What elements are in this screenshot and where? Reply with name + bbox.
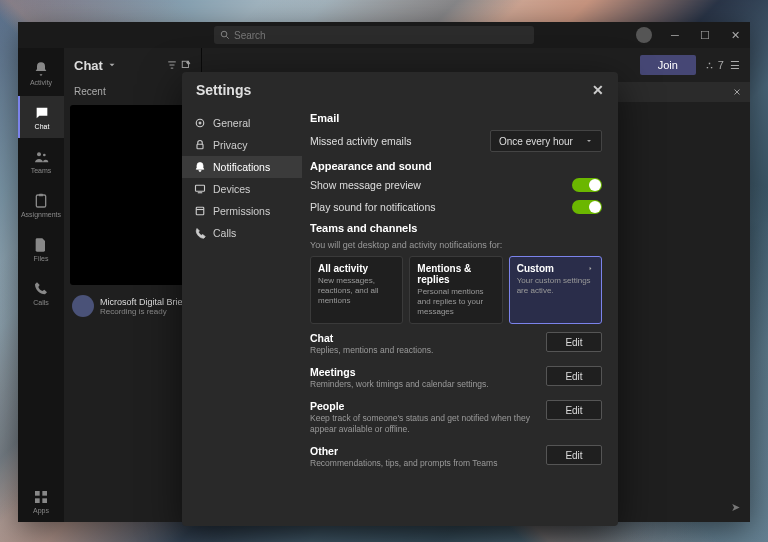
chat-item-avatar	[72, 295, 94, 317]
nav-label: Permissions	[213, 205, 270, 217]
svg-point-3	[43, 153, 46, 156]
meetings-edit-button[interactable]: Edit	[546, 366, 602, 386]
missed-activity-dropdown[interactable]: Once every hour	[490, 130, 602, 152]
search-input[interactable]	[234, 30, 528, 41]
svg-rect-4	[36, 195, 45, 207]
svg-rect-5	[39, 193, 43, 196]
chevron-right-icon	[587, 265, 594, 272]
people-edit-button[interactable]: Edit	[546, 400, 602, 420]
settings-nav-permissions[interactable]: Permissions	[182, 200, 302, 222]
settings-nav-privacy[interactable]: Privacy	[182, 134, 302, 156]
card-title: Custom	[517, 263, 554, 274]
chat-edit-button[interactable]: Edit	[546, 332, 602, 352]
section-meetings-heading: Meetings	[310, 366, 536, 378]
chat-item-title: Microsoft Digital Brief	[100, 297, 185, 307]
play-sound-label: Play sound for notifications	[310, 201, 436, 213]
section-people-heading: People	[310, 400, 536, 412]
open-panel-icon[interactable]: ☰	[730, 59, 740, 72]
svg-line-1	[226, 36, 229, 39]
section-people-sub: Keep track of someone's status and get n…	[310, 413, 536, 435]
svg-rect-14	[196, 185, 205, 191]
close-window-button[interactable]: ✕	[720, 22, 750, 48]
settings-nav-general[interactable]: General	[182, 112, 302, 134]
chat-panel-title: Chat	[74, 58, 103, 73]
teams-app-window: ─ ☐ ✕ Activity Chat Teams Assignments Fi…	[18, 22, 750, 522]
rail-label: Chat	[35, 123, 50, 130]
titlebar: ─ ☐ ✕	[18, 22, 750, 48]
rail-apps[interactable]: Apps	[18, 480, 64, 522]
chat-list-item[interactable]: Microsoft Digital Brief Recording is rea…	[64, 289, 201, 323]
section-chat-sub: Replies, mentions and reactions.	[310, 345, 536, 356]
missed-activity-label: Missed activity emails	[310, 135, 412, 147]
rail-label: Teams	[31, 167, 52, 174]
section-teams-sub: You will get desktop and activity notifi…	[310, 240, 602, 250]
play-sound-toggle[interactable]	[572, 200, 602, 214]
nav-label: Privacy	[213, 139, 247, 151]
settings-title: Settings	[196, 82, 251, 98]
nav-label: General	[213, 117, 250, 129]
rail-files[interactable]: Files	[18, 228, 64, 270]
settings-nav-calls[interactable]: Calls	[182, 222, 302, 244]
join-button[interactable]: Join	[640, 55, 696, 75]
user-avatar[interactable]	[636, 27, 652, 43]
minimize-button[interactable]: ─	[660, 22, 690, 48]
show-preview-label: Show message preview	[310, 179, 421, 191]
card-title: All activity	[318, 263, 368, 274]
card-custom[interactable]: Custom Your custom settings are active.	[509, 256, 602, 324]
show-preview-toggle[interactable]	[572, 178, 602, 192]
people-count-icon[interactable]: ⛬ 7	[704, 59, 724, 72]
svg-point-2	[37, 152, 41, 156]
nav-label: Calls	[213, 227, 236, 239]
rail-label: Activity	[30, 79, 52, 86]
settings-modal: Settings ✕ General Privacy Notifications…	[182, 72, 618, 526]
filter-icon[interactable]	[167, 60, 177, 70]
chevron-down-icon	[585, 137, 593, 145]
nav-label: Notifications	[213, 161, 270, 173]
settings-close-button[interactable]: ✕	[592, 82, 604, 98]
svg-rect-7	[42, 491, 47, 496]
search-box[interactable]	[214, 26, 534, 44]
search-icon	[220, 30, 230, 40]
maximize-button[interactable]: ☐	[690, 22, 720, 48]
section-email-heading: Email	[310, 112, 602, 124]
section-appearance-heading: Appearance and sound	[310, 160, 602, 172]
svg-point-0	[221, 31, 227, 37]
settings-content: Email Missed activity emails Once every …	[302, 108, 618, 526]
send-icon[interactable]: ➤	[731, 501, 740, 514]
svg-rect-16	[196, 207, 204, 215]
card-all-activity[interactable]: All activity New messages, reactions, an…	[310, 256, 403, 324]
close-strip-icon[interactable]	[732, 87, 742, 97]
card-sub: Personal mentions and replies to your me…	[417, 287, 494, 317]
svg-rect-9	[42, 498, 47, 503]
rail-assignments[interactable]: Assignments	[18, 184, 64, 226]
settings-header: Settings ✕	[182, 72, 618, 108]
rail-label: Apps	[33, 507, 49, 514]
new-chat-icon[interactable]	[181, 60, 191, 70]
chat-tab-recent[interactable]: Recent	[64, 82, 201, 101]
svg-point-12	[199, 122, 201, 124]
card-mentions-replies[interactable]: Mentions & replies Personal mentions and…	[409, 256, 502, 324]
rail-label: Files	[34, 255, 49, 262]
rail-calls[interactable]: Calls	[18, 272, 64, 314]
dropdown-value: Once every hour	[499, 136, 573, 147]
chat-video-preview[interactable]	[70, 105, 195, 285]
card-sub: New messages, reactions, and all mention…	[318, 276, 395, 306]
rail-chat[interactable]: Chat	[18, 96, 64, 138]
chat-panel-header: Chat	[64, 48, 201, 82]
section-meetings-sub: Reminders, work timings and calendar set…	[310, 379, 536, 390]
svg-rect-6	[35, 491, 40, 496]
rail-label: Assignments	[21, 211, 61, 218]
settings-nav-devices[interactable]: Devices	[182, 178, 302, 200]
main-toolbar-icons: ⛬ 7 ☰	[704, 59, 740, 72]
chat-item-subtitle: Recording is ready	[100, 307, 185, 316]
settings-nav: General Privacy Notifications Devices Pe…	[182, 108, 302, 526]
chevron-down-icon[interactable]	[107, 60, 117, 70]
section-chat-heading: Chat	[310, 332, 536, 344]
settings-nav-notifications[interactable]: Notifications	[182, 156, 302, 178]
svg-rect-13	[197, 144, 203, 149]
other-edit-button[interactable]: Edit	[546, 445, 602, 465]
card-sub: Your custom settings are active.	[517, 276, 594, 296]
svg-rect-8	[35, 498, 40, 503]
rail-teams[interactable]: Teams	[18, 140, 64, 182]
rail-activity[interactable]: Activity	[18, 52, 64, 94]
